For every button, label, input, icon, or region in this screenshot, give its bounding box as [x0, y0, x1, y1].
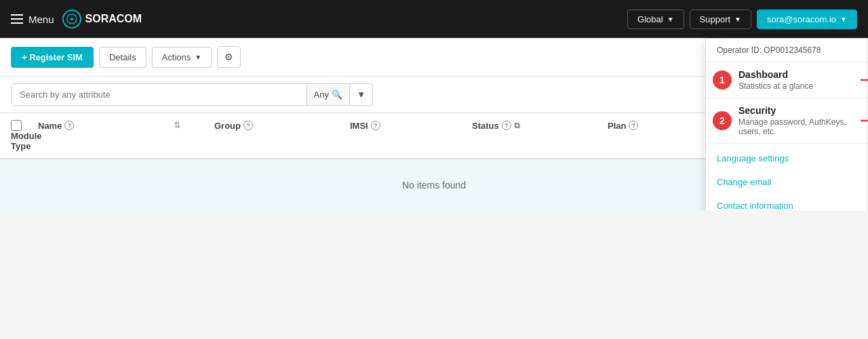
header-sort: ⇅ [174, 120, 214, 131]
group-info-icon[interactable]: ? [243, 121, 253, 130]
dashboard-subtitle: Statistics at a glance [738, 81, 856, 91]
security-item[interactable]: 2 Security Manage password, AuthKeys, us… [706, 98, 867, 143]
any-label: Any [314, 89, 329, 100]
security-section: 2 Security Manage password, AuthKeys, us… [706, 98, 867, 144]
select-all-checkbox[interactable] [11, 120, 22, 131]
actions-label: Actions [162, 52, 191, 62]
step-1-badge: 1 [713, 71, 732, 89]
search-chevron-icon: ▼ [357, 89, 366, 100]
header-group: Group ? [214, 120, 350, 131]
name-info-icon[interactable]: ? [64, 121, 74, 130]
change-email-link[interactable]: Change email [706, 170, 867, 194]
top-navigation: Menu SORACOM Global ▼ Support ▼ sora@sor… [0, 0, 868, 38]
header-imsi: IMSI ? [350, 120, 472, 131]
user-dropdown-menu: Operator ID: OP0012345678 1 Dashboard St… [705, 38, 868, 211]
search-any-selector[interactable]: Any 🔍 [307, 84, 349, 105]
dashboard-title: Dashboard [738, 69, 856, 80]
security-subtitle: Manage password, AuthKeys, users, etc. [738, 117, 856, 136]
imsi-info-icon[interactable]: ? [371, 121, 380, 130]
search-icon: 🔍 [332, 89, 342, 100]
details-label: Details [109, 52, 136, 62]
register-sim-button[interactable]: + Register SIM [11, 47, 94, 68]
group-col-label: Group [214, 121, 241, 131]
global-caret-icon: ▼ [667, 16, 674, 23]
status-info-icon[interactable]: ? [502, 121, 511, 130]
support-button[interactable]: Support ▼ [690, 9, 751, 29]
gear-button[interactable]: ⚙ [217, 46, 241, 68]
imsi-col-label: IMSI [350, 121, 368, 131]
search-dropdown-button[interactable]: ▼ [350, 83, 373, 106]
actions-caret-icon: ▼ [195, 54, 201, 61]
empty-message: No items found [402, 180, 466, 191]
status-copy-icon[interactable]: ⧉ [514, 121, 520, 130]
support-label: Support [700, 14, 731, 24]
arrow-2 [861, 114, 868, 127]
hamburger-icon [11, 14, 23, 24]
menu-button[interactable]: Menu [11, 14, 54, 25]
logo-text: SORACOM [85, 13, 142, 25]
user-caret-icon: ▼ [840, 16, 847, 23]
user-menu-button[interactable]: sora@soracom.io ▼ [757, 9, 857, 29]
operator-id: Operator ID: OP0012345678 [706, 39, 867, 62]
contact-information-link[interactable]: Contact information [706, 194, 867, 211]
header-checkbox-col[interactable] [11, 120, 38, 131]
operator-id-text: Operator ID: OP0012345678 [717, 45, 821, 55]
sort-icon[interactable]: ⇅ [174, 121, 180, 130]
logo-icon [62, 9, 81, 28]
search-input[interactable] [12, 84, 307, 105]
name-col-label: Name [38, 121, 62, 131]
security-title: Security [738, 105, 856, 116]
language-settings-link[interactable]: Language settings [706, 146, 867, 170]
nav-right: Global ▼ Support ▼ sora@soracom.io ▼ [627, 9, 857, 29]
status-col-label: Status [472, 121, 499, 131]
logo: SORACOM [62, 9, 142, 28]
support-caret-icon: ▼ [734, 16, 741, 23]
dashboard-section: 1 Dashboard Statistics at a glance [706, 62, 867, 98]
register-sim-label: + Register SIM [22, 52, 83, 62]
header-module-type: Module Type [11, 131, 38, 151]
global-button[interactable]: Global ▼ [627, 9, 684, 29]
account-links-group: Language settings Change email Contact i… [706, 144, 867, 211]
menu-label: Menu [28, 14, 54, 25]
actions-button[interactable]: Actions ▼ [152, 47, 212, 68]
gear-icon: ⚙ [224, 52, 233, 62]
header-name: Name ? [38, 120, 174, 131]
global-label: Global [637, 14, 663, 24]
nav-left: Menu SORACOM [11, 9, 142, 28]
plan-col-label: Plan [608, 121, 626, 131]
header-status: Status ? ⧉ [472, 120, 608, 131]
arrow-1 [861, 73, 868, 87]
user-label: sora@soracom.io [767, 14, 836, 24]
dashboard-item[interactable]: 1 Dashboard Statistics at a glance [706, 62, 867, 98]
details-button[interactable]: Details [99, 47, 146, 68]
header-plan: Plan ? [608, 120, 709, 131]
step-2-badge: 2 [713, 111, 732, 130]
plan-info-icon[interactable]: ? [629, 121, 638, 130]
search-input-wrap: Any 🔍 [11, 83, 350, 106]
module-type-col-label: Module Type [11, 131, 42, 151]
